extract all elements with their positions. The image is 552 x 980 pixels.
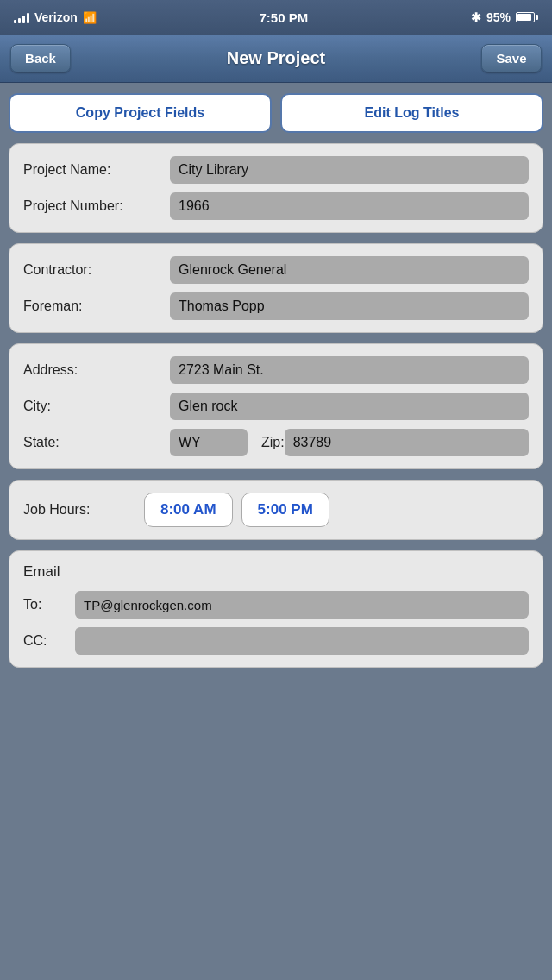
status-right: ✱ 95% [471,10,538,24]
email-to-row: To: [23,591,529,619]
battery-percent: 95% [486,10,511,24]
main-content: Copy Project Fields Edit Log Titles Proj… [0,83,552,980]
project-info-section: Project Name: Project Number: [9,143,543,233]
save-button[interactable]: Save [481,44,542,72]
end-time-button[interactable]: 5:00 PM [242,493,329,527]
job-hours-row: Job Hours: 8:00 AM 5:00 PM [23,493,529,527]
email-cc-label: CC: [23,633,75,649]
address-input[interactable] [170,356,529,384]
back-button[interactable]: Back [10,44,71,72]
edit-log-titles-button[interactable]: Edit Log Titles [280,93,543,133]
city-input[interactable] [170,393,529,420]
job-hours-section: Job Hours: 8:00 AM 5:00 PM [9,480,543,540]
project-name-input[interactable] [170,156,529,184]
status-left: Verizon 📶 [14,10,97,24]
foreman-input[interactable] [170,292,529,320]
start-time-button[interactable]: 8:00 AM [144,493,233,527]
signal-icon [14,11,29,23]
state-zip-row: State: Zip: [23,429,529,456]
email-header: Email [23,563,529,581]
contractor-input[interactable] [170,256,529,284]
email-section: Email To: CC: [9,550,543,668]
contractor-row: Contractor: [23,256,529,284]
address-label: Address: [23,362,170,378]
city-row: City: [23,393,529,420]
page-title: New Project [227,48,325,68]
wifi-icon: 📶 [83,11,97,24]
contractor-section: Contractor: Foreman: [9,243,543,333]
zip-input[interactable] [285,429,529,456]
contractor-label: Contractor: [23,262,170,278]
address-section: Address: City: State: Zip: [9,343,543,469]
email-cc-row: CC: [23,627,529,655]
email-cc-input[interactable] [75,627,529,655]
email-to-input[interactable] [75,591,529,619]
carrier-label: Verizon [34,10,78,24]
battery-icon [516,12,538,22]
project-name-row: Project Name: [23,156,529,184]
project-number-label: Project Number: [23,198,170,214]
email-to-label: To: [23,597,75,612]
zip-label: Zip: [261,435,285,450]
project-number-input[interactable] [170,192,529,220]
state-label: State: [23,435,170,450]
nav-bar: Back New Project Save [0,35,552,83]
job-hours-label: Job Hours: [23,502,135,518]
project-number-row: Project Number: [23,192,529,220]
address-row: Address: [23,356,529,384]
action-buttons-row: Copy Project Fields Edit Log Titles [9,93,543,133]
status-time: 7:50 PM [260,10,309,25]
copy-project-fields-button[interactable]: Copy Project Fields [9,93,272,133]
status-bar: Verizon 📶 7:50 PM ✱ 95% [0,0,552,35]
foreman-label: Foreman: [23,298,170,314]
project-name-label: Project Name: [23,162,170,178]
city-label: City: [23,399,170,414]
bluetooth-icon: ✱ [471,10,481,24]
foreman-row: Foreman: [23,292,529,320]
state-input[interactable] [170,429,248,456]
